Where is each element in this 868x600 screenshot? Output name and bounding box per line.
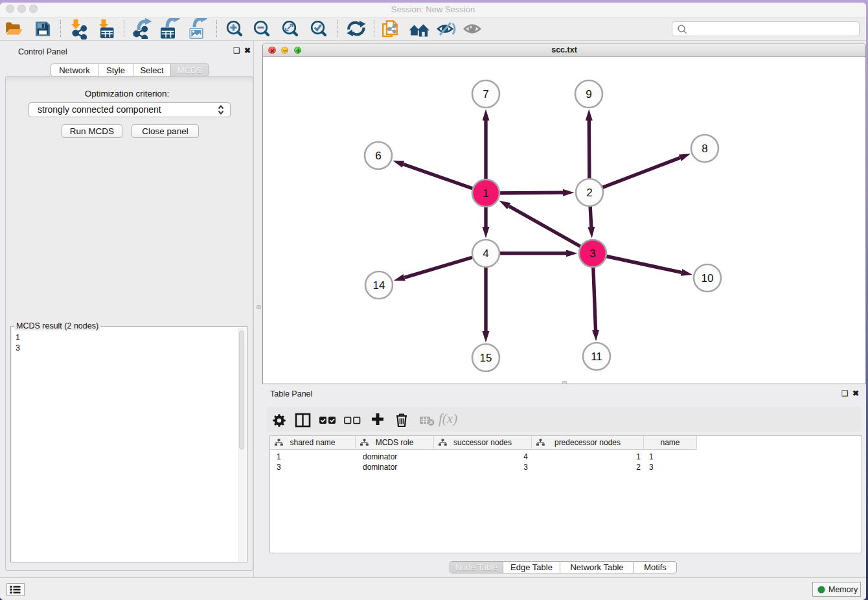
svg-text:11: 11 bbox=[591, 351, 602, 363]
svg-text:15: 15 bbox=[480, 352, 492, 364]
svg-text:7: 7 bbox=[483, 88, 488, 100]
svg-text:4: 4 bbox=[483, 248, 488, 260]
svg-text:6: 6 bbox=[375, 150, 381, 162]
svg-text:8: 8 bbox=[702, 143, 707, 155]
svg-text:10: 10 bbox=[702, 272, 714, 284]
svg-text:2: 2 bbox=[586, 187, 592, 199]
svg-text:1: 1 bbox=[483, 187, 488, 200]
svg-text:3: 3 bbox=[589, 248, 595, 260]
svg-text:9: 9 bbox=[586, 88, 591, 100]
svg-text:14: 14 bbox=[373, 279, 385, 292]
